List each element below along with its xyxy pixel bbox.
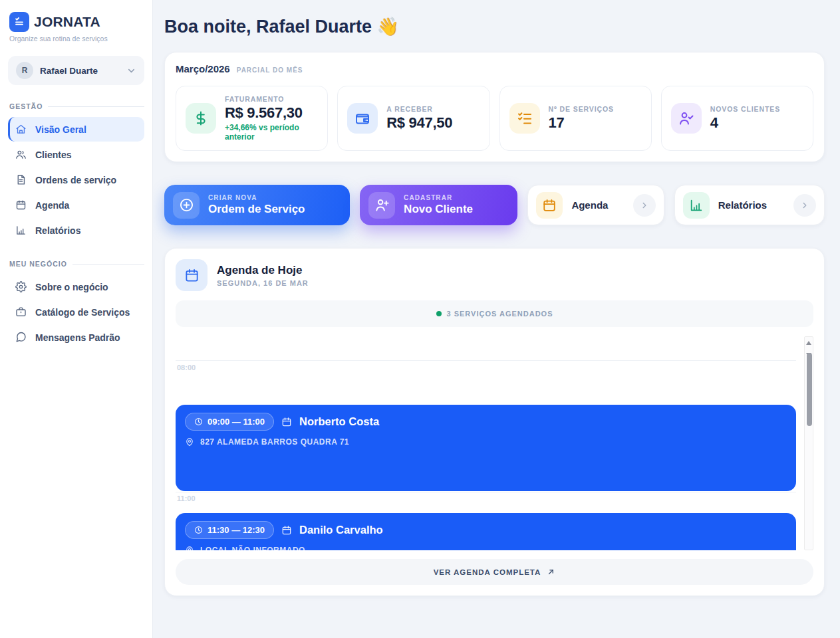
sidebar-item-label: Clientes <box>35 150 71 160</box>
relatorios-shortcut-button[interactable]: Relatórios <box>674 185 825 225</box>
calendar-icon <box>176 259 208 291</box>
sidebar-item-agenda[interactable]: Agenda <box>8 193 144 217</box>
event-card-norberto-costa[interactable]: 09:00 — 11:00 Norberto Costa 827 ALAMEDA… <box>176 405 796 491</box>
section-meu-negocio: MEU NEGÓCIO <box>8 260 144 268</box>
hour-gridline <box>176 360 796 361</box>
stat-label: Nº DE SERVIÇOS <box>549 105 615 113</box>
user-menu[interactable]: R Rafael Duarte <box>8 56 144 85</box>
create-service-order-button[interactable]: CRIAR NOVA Ordem de Serviço <box>164 185 350 225</box>
stat-value: R$ 947,50 <box>386 114 452 132</box>
sidebar-item-label: Agenda <box>35 200 69 211</box>
event-location: 827 ALAMEDA BARROS QUADRA 71 <box>200 437 349 447</box>
view-full-agenda-button[interactable]: VER AGENDA COMPLETA <box>176 559 813 585</box>
map-pin-icon <box>185 546 194 550</box>
logo-checklist-icon <box>9 12 29 32</box>
scroll-up-arrow-icon[interactable] <box>806 341 811 345</box>
calendar-icon <box>281 525 292 536</box>
section-gestao: GESTÃO <box>8 102 144 110</box>
home-icon <box>15 124 27 135</box>
stat-card-a-receber: A RECEBER R$ 947,50 <box>337 86 490 151</box>
avatar: R <box>16 62 33 79</box>
sidebar-item-visao-geral[interactable]: Visão Geral <box>8 117 144 142</box>
time-label: 11:00 <box>177 494 196 502</box>
action-label: Ordem de Serviço <box>208 203 305 216</box>
timeline-scrollbar[interactable] <box>804 336 813 550</box>
stat-label: A RECEBER <box>386 105 452 113</box>
chat-icon <box>15 332 27 343</box>
stat-card-novos-clientes: NOVOS CLIENTES 4 <box>661 86 813 151</box>
event-time: 09:00 — 11:00 <box>208 417 265 427</box>
wave-emoji: 👋 <box>377 17 400 37</box>
green-dot-icon <box>436 311 442 316</box>
stats-period-note: PARCIAL DO MÊS <box>237 66 303 74</box>
map-pin-icon <box>185 437 194 447</box>
document-icon <box>15 174 27 185</box>
user-plus-icon <box>368 192 395 219</box>
sidebar-item-catalogo-de-servicos[interactable]: Catálogo de Serviços <box>8 300 144 324</box>
action-kicker: CADASTRAR <box>404 194 473 201</box>
action-label: Agenda <box>571 199 608 211</box>
agenda-shortcut-button[interactable]: Agenda <box>527 185 664 225</box>
stat-label: FATURAMENTO <box>225 95 318 103</box>
sidebar: JORNATA Organize sua rotina de serviços … <box>0 0 153 638</box>
plus-circle-icon <box>173 192 200 219</box>
app-logo: JORNATA <box>8 12 144 32</box>
badge-text: 3 SERVIÇOS AGENDADOS <box>447 310 553 318</box>
sidebar-item-mensagens-padrao[interactable]: Mensagens Padrão <box>8 325 144 350</box>
stat-value: 17 <box>549 114 615 132</box>
monthly-stats-panel: Março/2026 PARCIAL DO MÊS FATURAMENTO R$… <box>164 52 825 162</box>
scheduled-count-badge: 3 SERVIÇOS AGENDADOS <box>176 300 813 327</box>
calendar-icon <box>536 192 563 219</box>
quick-actions: CRIAR NOVA Ordem de Serviço CADASTRAR No… <box>164 185 825 225</box>
event-time: 11:30 — 12:30 <box>208 525 265 535</box>
sidebar-item-label: Catálogo de Serviços <box>35 307 130 318</box>
sidebar-item-label: Mensagens Padrão <box>35 332 120 343</box>
user-check-icon <box>671 103 702 134</box>
event-time-pill: 09:00 — 11:00 <box>185 413 274 431</box>
sidebar-item-label: Relatórios <box>35 225 80 236</box>
sidebar-item-sobre-o-negocio[interactable]: Sobre o negócio <box>8 274 144 299</box>
user-name: Rafael Duarte <box>40 66 98 76</box>
chevron-right-icon <box>633 194 656 217</box>
main-content: Boa noite, Rafael Duarte 👋 Março/2026 PA… <box>153 0 840 638</box>
action-kicker: CRIAR NOVA <box>208 194 305 201</box>
arrow-up-right-icon <box>547 568 555 576</box>
checklist-icon <box>509 103 540 134</box>
sidebar-item-label: Sobre o negócio <box>35 282 108 292</box>
clock-icon <box>194 526 203 534</box>
bar-chart-icon <box>15 225 27 236</box>
stats-period: Março/2026 <box>176 63 230 74</box>
register-new-client-button[interactable]: CADASTRAR Novo Cliente <box>360 185 517 225</box>
sidebar-item-ordens-de-servico[interactable]: Ordens de serviço <box>8 167 144 192</box>
agenda-date: SEGUNDA, 16 DE MAR <box>217 279 309 287</box>
action-label: Novo Cliente <box>404 203 473 216</box>
app-tagline: Organize sua rotina de serviços <box>8 35 144 43</box>
sidebar-item-clientes[interactable]: Clientes <box>8 142 144 167</box>
stat-delta: +34,66% vs período anterior <box>225 124 318 142</box>
sidebar-item-label: Visão Geral <box>35 124 86 135</box>
wallet-icon <box>347 103 378 134</box>
app-name: JORNATA <box>34 14 100 30</box>
hour-gridline <box>176 492 796 492</box>
page-title: Boa noite, Rafael Duarte 👋 <box>164 16 825 37</box>
sidebar-item-label: Ordens de serviço <box>35 175 116 185</box>
dollar-icon <box>186 103 216 134</box>
action-label: Relatórios <box>718 199 767 211</box>
gear-icon <box>15 281 27 292</box>
agenda-panel: Agenda de Hoje SEGUNDA, 16 DE MAR 3 SERV… <box>164 248 825 596</box>
stat-card-faturamento: FATURAMENTO R$ 9.567,30 +34,66% vs perío… <box>176 86 328 151</box>
briefcase-icon <box>15 306 27 318</box>
agenda-timeline: 08:00 09:00 — 11:00 Norberto Costa 827 A… <box>176 336 813 550</box>
event-time-pill: 11:30 — 12:30 <box>185 521 274 539</box>
event-client: Danilo Carvalho <box>299 524 383 536</box>
stat-value: R$ 9.567,30 <box>225 104 318 122</box>
time-label: 08:00 <box>177 364 196 372</box>
event-card-danilo-carvalho[interactable]: 11:30 — 12:30 Danilo Carvalho LOCAL NÃO … <box>176 513 796 550</box>
stat-card-servicos: Nº DE SERVIÇOS 17 <box>499 86 652 151</box>
chevron-down-icon <box>126 66 136 76</box>
sidebar-item-relatorios[interactable]: Relatórios <box>8 218 144 243</box>
calendar-icon <box>15 199 27 211</box>
stat-label: NOVOS CLIENTES <box>710 105 780 113</box>
scrollbar-thumb[interactable] <box>807 353 812 426</box>
stat-value: 4 <box>710 114 780 132</box>
